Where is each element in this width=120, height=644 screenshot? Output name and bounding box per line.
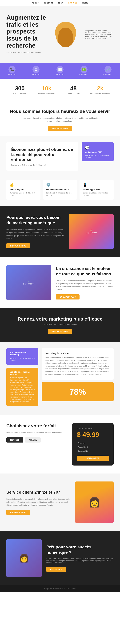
content-icon-2: 📊 (56, 66, 64, 73)
footer-text: Sample text. Click to select the Text El… (44, 588, 76, 590)
footer-hero-image: 👩 (7, 539, 42, 577)
eco-grid: Économisez plus et obtenez de la visibil… (7, 142, 113, 171)
icon-item-commerce1[interactable]: 💹 COMMERCE (72, 66, 96, 76)
hero-subtext: Sample text. Click to select the Text El… (7, 52, 50, 54)
digital-btn[interactable]: En savoir plus (7, 243, 30, 248)
marketing-auto-text: Sample text. Click to select the Text El… (10, 357, 35, 362)
marketing-right: Marketing de contenu Duis aute irure dol… (42, 348, 113, 409)
marketing-auto-title: Automatisation du marketing (10, 351, 35, 356)
icon-label-commerce1: COMMERCE (79, 74, 89, 76)
digital-body: Duis aute irure dolor in reprehenderit i… (7, 228, 64, 240)
pricing-order-btn[interactable]: Commander (77, 456, 109, 461)
icons-row: 📞 CONTACT 🖥 CONTENT 📊 CONTENT 💹 COMMERCE… (0, 63, 120, 79)
contact-icon: 📞 (9, 66, 16, 73)
optimisation-icon: ⚙️ (46, 183, 74, 187)
sms2-icon: 📱 (83, 183, 110, 187)
sub-card-optimisation: ⚙️ Optimisation du site Web Sample text.… (43, 180, 77, 200)
digital-img-label: 🎯Digital Media (86, 230, 97, 234)
pricing-feature-premium: Premium (77, 441, 109, 445)
footer-hero-right: Prêt pour votre succès numérique ? Sampl… (46, 544, 113, 572)
nav-home[interactable]: HOME (82, 2, 88, 4)
hero-avatar (55, 22, 76, 47)
nous-section: Nous sommes toujours heureux de vous ser… (0, 101, 120, 136)
footer-hero-section: 👩 Prêt pour votre succès numérique ? Sam… (0, 531, 120, 585)
icon-item-content2[interactable]: 📊 CONTENT (48, 66, 72, 76)
digital-heading: Pourquoi avez-vous besoin du marketing n… (7, 215, 64, 226)
sub-card-sms-text: Sample text. Click to select the Text El… (83, 192, 110, 196)
icon-label-contact: CONTACT (8, 74, 16, 76)
pricing-feature-compta: Comptabilité (77, 449, 109, 453)
digital-section: Pourquoi avez-vous besoin du marketing n… (0, 206, 120, 257)
service-img-placeholder: 👩 (75, 482, 113, 523)
bottom-footer: Sample text. Click to select the Text El… (0, 585, 120, 592)
icon-label-content2: CONTENT (56, 74, 64, 76)
nav-contact[interactable]: CONTACT (44, 2, 53, 4)
hero-image-area (50, 22, 82, 47)
service-section: Service client 24h/24 et 7j/7 Duis aute … (0, 474, 120, 531)
commerce-icon-1: 💹 (80, 66, 87, 73)
sub-card-medias: 💰 Médias payants Sample text. Click to s… (7, 180, 41, 200)
rendez-heading: Rendez votre marketing plus efficace (7, 316, 113, 322)
service-btn[interactable]: En savoir plus (7, 510, 30, 515)
nous-body: Lorem ipsum dolor sit amet, consectetur … (20, 117, 100, 123)
sub-cards-row: 💰 Médias payants Sample text. Click to s… (0, 177, 120, 206)
marketing-auto-block: Automatisation du marketing Sample text.… (7, 348, 38, 365)
ecom-img-placeholder: 🛒E-Commerce (7, 265, 51, 300)
pricing-toggle: Mensuel Annuel (7, 438, 67, 442)
ecom-body: Duis aute irure dolor in reprehenderit i… (56, 279, 113, 291)
sub-card-sms: 📱 Marketing par SMS Sample text. Click t… (79, 180, 113, 200)
stat-clients: 48 Clients mondiaux (60, 85, 87, 94)
stat-experience-number: 10k (33, 85, 60, 92)
footer-hero-btn[interactable]: Contacter (46, 567, 66, 572)
eco-left: Économisez plus et obtenez de la visibil… (7, 142, 78, 171)
icon-label-commerce2: COMMERCE (103, 74, 113, 76)
hero-section: Augmentez le trafic et les prospects iss… (0, 6, 120, 63)
stat-experience-label: Expérience industrielle (33, 92, 60, 94)
stat-clients-label: Clients mondiaux (60, 92, 87, 94)
marketing-social-block: Marketing des médias sociaux Pellentesqu… (7, 368, 38, 406)
percent-badge: 78% (42, 382, 113, 401)
marketing-content-card: Marketing de contenu Duis aute irure dol… (42, 348, 113, 380)
hero-left: Augmentez le trafic et les prospects iss… (7, 14, 50, 55)
content-icon-1: 🖥 (33, 66, 40, 73)
ecom-section: 🛒E-Commerce La croissance est le moteur … (0, 257, 120, 308)
marketing-content-text: Duis aute irure dolor in reprehenderit i… (45, 356, 110, 376)
stat-recompenses-label: Récompenses remportées (87, 92, 114, 94)
stat-travaux-label: Travaux terminés (7, 92, 33, 94)
stat-travaux: 300 Travaux terminés (7, 85, 33, 94)
pricing-annual-btn[interactable]: Annuel (25, 438, 41, 442)
service-left: Service client 24h/24 et 7j/7 Duis aute … (7, 490, 70, 515)
nav-team[interactable]: TEAM (58, 2, 64, 4)
marketing-section: Automatisation du marketing Sample text.… (0, 342, 120, 415)
rendez-btn[interactable]: En savoir plus (48, 329, 72, 334)
icon-item-commerce2[interactable]: 🔗 COMMERCE (96, 66, 120, 76)
digital-left: Pourquoi avez-vous besoin du marketing n… (7, 215, 64, 248)
eco-card-sms: 💬 Marketing par SMS Sample text. Click t… (82, 142, 113, 162)
stat-recompenses-number: 2k (87, 85, 114, 92)
icon-label-content1: CONTENT (32, 74, 40, 76)
ecom-heading: La croissance est le moteur de tout ce q… (56, 266, 113, 277)
hero-heading: Augmentez le trafic et les prospects iss… (7, 14, 50, 49)
navigation: ABOUT CONTACT TEAM LANDING HOME (0, 0, 120, 6)
icon-item-content1[interactable]: 🖥 CONTENT (24, 66, 48, 76)
pricing-section: Choisissez votre forfait Nous pouvons vo… (0, 415, 120, 474)
pricing-card: Forfait mensuel $ 49.99 Premium Accès il… (72, 423, 113, 466)
pricing-monthly-btn[interactable]: Mensuel (7, 438, 23, 442)
eco-section: Économisez plus et obtenez de la visibil… (0, 136, 120, 177)
nav-landing[interactable]: LANDING (68, 2, 78, 4)
eco-right: 💬 Marketing par SMS Sample text. Click t… (82, 142, 113, 171)
stat-experience: 10k Expérience industrielle (33, 85, 60, 94)
digital-img-placeholder: 🎯Digital Media (69, 214, 113, 249)
sub-card-optimisation-title: Optimisation du site Web (46, 188, 74, 191)
pricing-heading: Choisissez votre forfait (7, 423, 67, 429)
service-heading: Service client 24h/24 et 7j/7 (7, 490, 70, 495)
sub-card-sms-title: Marketing par SMS (83, 188, 110, 191)
service-image: 👩 (75, 482, 113, 523)
nav-about[interactable]: ABOUT (32, 2, 39, 4)
pricing-features: Premium Accès illimité Comptabilité (77, 441, 109, 453)
icon-item-contact[interactable]: 📞 CONTACT (0, 66, 24, 76)
stats-section: 300 Travaux terminés 10k Expérience indu… (0, 79, 120, 101)
pricing-price: $ 49.99 (77, 431, 109, 438)
nous-btn[interactable]: En savoir plus (48, 126, 72, 131)
ecom-btn[interactable]: En savoir plus (56, 294, 79, 300)
